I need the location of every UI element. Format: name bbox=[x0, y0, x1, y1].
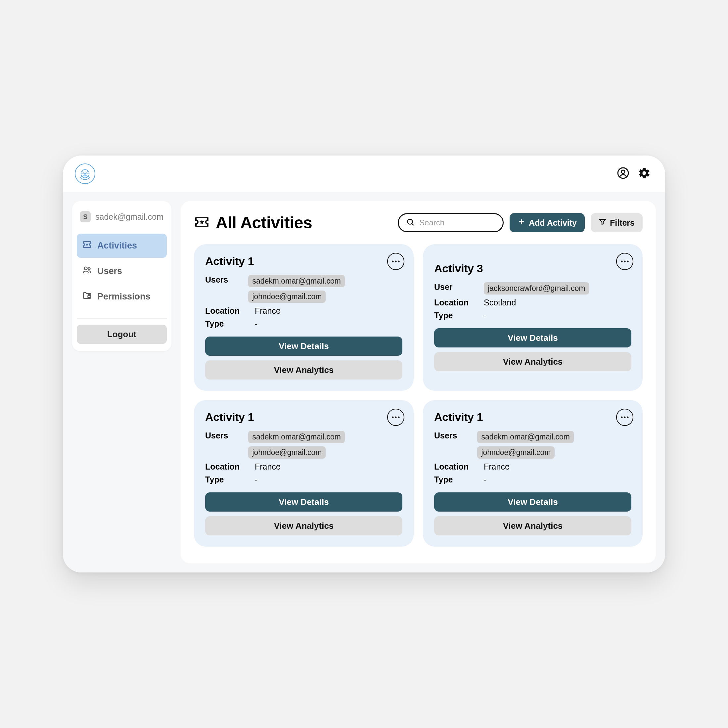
view-analytics-button[interactable]: View Analytics bbox=[205, 516, 402, 535]
type-value: - bbox=[484, 475, 486, 485]
main-panel: All Activities Add Activity bbox=[180, 201, 656, 563]
card-more-button[interactable] bbox=[616, 409, 633, 426]
view-details-button[interactable]: View Details bbox=[434, 328, 632, 347]
user-chip: sadekm.omar@gmail.com bbox=[248, 275, 344, 287]
sidebar: S sadek@gmail.com ActivitiesUsersPermiss… bbox=[72, 201, 171, 351]
activity-title: Activity 1 bbox=[205, 411, 402, 424]
sidebar-item-activities[interactable]: Activities bbox=[77, 234, 167, 258]
svg-point-10 bbox=[621, 260, 622, 262]
svg-point-4 bbox=[88, 268, 90, 270]
ticket-icon bbox=[82, 240, 92, 252]
view-details-button[interactable]: View Details bbox=[205, 492, 402, 512]
card-more-button[interactable] bbox=[387, 253, 404, 270]
svg-point-2 bbox=[621, 170, 625, 173]
sidebar-item-label: Permissions bbox=[97, 292, 151, 302]
svg-point-13 bbox=[392, 416, 393, 418]
more-horizontal-icon bbox=[621, 416, 629, 418]
content-frame: S sadek@gmail.com ActivitiesUsersPermiss… bbox=[63, 192, 665, 572]
users-label: Users bbox=[205, 275, 248, 303]
svg-point-12 bbox=[627, 260, 629, 262]
filters-label: Filters bbox=[610, 218, 635, 228]
main-header: All Activities Add Activity bbox=[194, 213, 642, 232]
activity-title: Activity 1 bbox=[434, 411, 632, 424]
app-logo bbox=[75, 164, 95, 184]
view-details-button[interactable]: View Details bbox=[205, 336, 402, 356]
type-label: Type bbox=[434, 475, 484, 485]
type-value: - bbox=[255, 319, 257, 329]
location-label: Location bbox=[205, 306, 255, 316]
svg-point-18 bbox=[627, 416, 629, 418]
card-actions: View DetailsView Analytics bbox=[434, 328, 632, 371]
filter-icon bbox=[599, 218, 607, 228]
user-email: sadek@gmail.com bbox=[95, 212, 164, 222]
location-value: France bbox=[484, 462, 509, 471]
svg-point-6 bbox=[407, 219, 412, 224]
search-icon bbox=[406, 218, 414, 228]
type-label: Type bbox=[434, 311, 484, 320]
svg-point-14 bbox=[395, 416, 396, 418]
view-details-button[interactable]: View Details bbox=[434, 492, 632, 512]
search-input[interactable] bbox=[419, 218, 518, 227]
users-chips: jacksoncrawford@gmail.com bbox=[484, 282, 589, 295]
sidebar-item-permissions[interactable]: Permissions bbox=[77, 284, 167, 309]
un-emblem-icon bbox=[78, 167, 92, 181]
more-horizontal-icon bbox=[392, 416, 400, 418]
svg-point-7 bbox=[392, 260, 393, 262]
sidebar-item-label: Users bbox=[97, 266, 122, 276]
location-value: France bbox=[255, 306, 281, 316]
svg-point-8 bbox=[395, 260, 396, 262]
svg-point-16 bbox=[621, 416, 622, 418]
card-more-button[interactable] bbox=[387, 409, 404, 426]
svg-point-3 bbox=[84, 267, 87, 270]
location-label: Location bbox=[205, 462, 255, 471]
page-title: All Activities bbox=[216, 213, 312, 232]
users-chips: sadekm.omar@gmail.comjohndoe@gmail.com bbox=[477, 431, 632, 459]
topbar bbox=[63, 156, 665, 192]
view-analytics-button[interactable]: View Analytics bbox=[434, 516, 632, 535]
user-chip: jacksoncrawford@gmail.com bbox=[484, 282, 589, 295]
users-label: Users bbox=[434, 431, 477, 459]
sidebar-item-label: Activities bbox=[97, 240, 137, 251]
add-activity-button[interactable]: Add Activity bbox=[509, 213, 585, 232]
logout-button[interactable]: Logout bbox=[77, 324, 167, 344]
activities-grid: Activity 1Userssadekm.omar@gmail.comjohn… bbox=[194, 244, 642, 547]
add-activity-label: Add Activity bbox=[529, 218, 577, 228]
users-label: Users bbox=[205, 431, 248, 459]
type-value: - bbox=[255, 475, 257, 485]
view-analytics-button[interactable]: View Analytics bbox=[434, 352, 632, 371]
type-label: Type bbox=[205, 475, 255, 485]
activity-title: Activity 1 bbox=[205, 255, 402, 268]
app-window: S sadek@gmail.com ActivitiesUsersPermiss… bbox=[63, 156, 665, 572]
users-chips: sadekm.omar@gmail.comjohndoe@gmail.com bbox=[248, 275, 402, 303]
activity-title: Activity 3 bbox=[434, 262, 632, 275]
more-horizontal-icon bbox=[392, 260, 400, 262]
settings-icon[interactable] bbox=[638, 167, 651, 180]
current-user-chip[interactable]: S sadek@gmail.com bbox=[77, 208, 167, 225]
activity-card: Activity 1Userssadekm.omar@gmail.comjohn… bbox=[194, 400, 414, 547]
type-value: - bbox=[484, 311, 486, 320]
location-label: Location bbox=[434, 462, 484, 471]
account-icon[interactable] bbox=[617, 167, 629, 180]
svg-point-17 bbox=[624, 416, 626, 418]
sidebar-item-users[interactable]: Users bbox=[77, 259, 167, 283]
users-label: User bbox=[434, 282, 484, 295]
sidebar-divider bbox=[77, 318, 167, 319]
view-analytics-button[interactable]: View Analytics bbox=[205, 360, 402, 379]
user-chip: johndoe@gmail.com bbox=[248, 447, 326, 459]
filters-button[interactable]: Filters bbox=[591, 213, 642, 232]
plus-icon bbox=[517, 218, 526, 228]
user-chip: johndoe@gmail.com bbox=[248, 291, 326, 303]
users-icon bbox=[82, 265, 92, 277]
activity-card: Activity 1Userssadekm.omar@gmail.comjohn… bbox=[423, 400, 642, 547]
sidebar-nav: ActivitiesUsersPermissions bbox=[77, 234, 167, 309]
svg-point-9 bbox=[398, 260, 399, 262]
card-actions: View DetailsView Analytics bbox=[205, 336, 402, 379]
users-chips: sadekm.omar@gmail.comjohndoe@gmail.com bbox=[248, 431, 402, 459]
ticket-icon bbox=[194, 214, 210, 231]
folder-lock-icon bbox=[82, 291, 92, 303]
search-box[interactable] bbox=[398, 213, 504, 232]
activity-card: Activity 1Userssadekm.omar@gmail.comjohn… bbox=[194, 244, 414, 391]
svg-point-15 bbox=[398, 416, 399, 418]
card-actions: View DetailsView Analytics bbox=[434, 492, 632, 535]
card-more-button[interactable] bbox=[616, 253, 633, 270]
